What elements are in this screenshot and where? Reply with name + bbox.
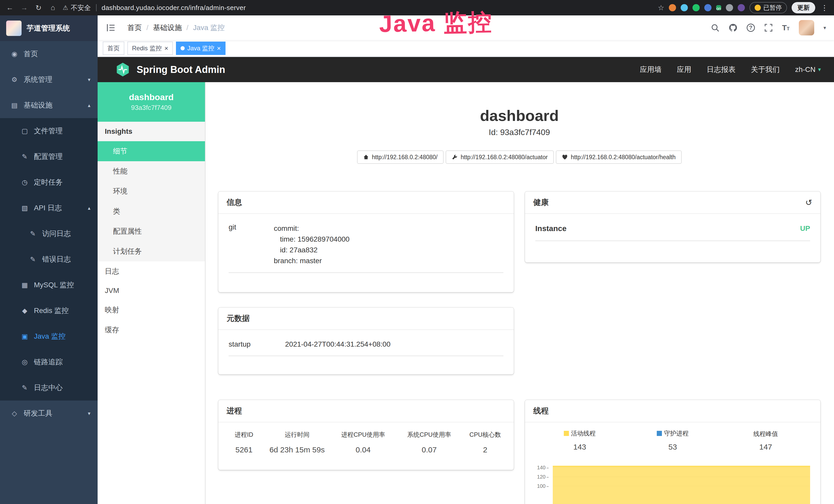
font-size-icon[interactable]: TT bbox=[782, 23, 790, 32]
sidebar-item-job[interactable]: ◷ 定时任务 bbox=[0, 169, 97, 195]
wrench-icon bbox=[452, 154, 458, 160]
menu-item-logs[interactable]: 日志 bbox=[97, 261, 205, 281]
browser-menu-icon[interactable]: ⋮ bbox=[820, 4, 829, 12]
health-instance-label: Instance bbox=[535, 224, 567, 233]
search-icon[interactable] bbox=[711, 23, 720, 32]
sidebar-item-api-log[interactable]: ▧ API 日志 ▴ bbox=[0, 195, 97, 221]
health-url-button[interactable]: http://192.168.0.2:48080/actuator/health bbox=[556, 151, 682, 164]
extension-icon[interactable] bbox=[704, 4, 711, 11]
sba-nav-journal[interactable]: 日志报表 bbox=[707, 65, 736, 74]
menu-item-details[interactable]: 细节 bbox=[97, 141, 205, 161]
sba-content: dashboard Id: 93a3fc7f7409 http://192.16… bbox=[205, 82, 834, 504]
paused-badge[interactable]: 已暂停 bbox=[749, 2, 787, 13]
metadata-key: startup bbox=[228, 340, 285, 348]
user-caret-down-icon[interactable]: ▾ bbox=[824, 25, 826, 31]
metadata-card-title: 元数据 bbox=[226, 313, 250, 324]
extension-icon[interactable] bbox=[726, 4, 733, 11]
spring-boot-admin-logo-icon bbox=[115, 62, 130, 77]
legend-daemon-threads: 守护进程 53 bbox=[626, 429, 719, 451]
health-instance-row[interactable]: Instance UP bbox=[535, 224, 810, 241]
sba-nav-applications[interactable]: 应用 bbox=[677, 65, 692, 74]
extension-icon[interactable] bbox=[669, 4, 676, 11]
sidebar-item-mysql[interactable]: ▦ MySQL 监控 bbox=[0, 272, 97, 298]
sidebar-item-error-log[interactable]: ✎ 错误日志 bbox=[0, 247, 97, 272]
process-pid: 进程ID 5261 bbox=[222, 431, 266, 454]
extension-icon[interactable] bbox=[681, 4, 688, 11]
edit-icon: ✎ bbox=[21, 153, 29, 161]
menu-item-environment[interactable]: 环境 bbox=[97, 181, 205, 201]
github-icon[interactable] bbox=[729, 23, 738, 32]
sidebar-item-config[interactable]: ✎ 配置管理 bbox=[0, 144, 97, 169]
info-git-row: git commit: time: 1596289704000 id: 27aa… bbox=[228, 223, 503, 273]
menu-item-caches[interactable]: 缓存 bbox=[97, 320, 205, 340]
redis-icon: ◆ bbox=[21, 307, 29, 315]
collapse-sidebar-icon[interactable] bbox=[106, 23, 116, 33]
menu-item-performance[interactable]: 性能 bbox=[97, 161, 205, 181]
sidebar-item-redis[interactable]: ◆ Redis 监控 bbox=[0, 298, 97, 323]
sidebar-item-devtools[interactable]: ◇ 研发工具 ▾ bbox=[0, 400, 97, 426]
extension-icon[interactable] bbox=[738, 4, 745, 11]
divider bbox=[96, 4, 96, 11]
user-avatar[interactable] bbox=[799, 20, 814, 36]
spring-boot-admin-header: Spring Boot Admin 应用墙 应用 日志报表 关于我们 zh-CN… bbox=[97, 57, 834, 82]
back-icon[interactable]: ← bbox=[5, 4, 14, 12]
health-card: 健康 ↺ Instance UP bbox=[525, 191, 820, 262]
sba-nav-about[interactable]: 关于我们 bbox=[751, 65, 780, 74]
breadcrumb-home[interactable]: 首页 bbox=[127, 23, 142, 32]
site-security-chip[interactable]: ⚠ 不安全 bbox=[63, 3, 91, 12]
sidebar-item-system[interactable]: ⚙ 系统管理 ▾ bbox=[0, 67, 97, 92]
menu-item-jvm[interactable]: JVM bbox=[97, 281, 205, 300]
metadata-startup-row: startup 2021-04-27T00:44:31.254+08:00 bbox=[228, 340, 503, 356]
instance-id-subtitle: Id: 93a3fc7f7409 bbox=[218, 128, 820, 137]
tag-redis[interactable]: Redis 监控 × bbox=[127, 42, 173, 55]
tag-java-active[interactable]: Java 监控 × bbox=[176, 42, 225, 55]
instance-header[interactable]: dashboard 93a3fc7f7409 bbox=[97, 82, 205, 122]
sidebar-item-java[interactable]: ▣ Java 监控 bbox=[0, 323, 97, 349]
menu-item-scheduled-tasks[interactable]: 计划任务 bbox=[97, 241, 205, 261]
gear-icon: ⚙ bbox=[10, 76, 19, 84]
git-commit-time: time: 1596289704000 bbox=[274, 234, 350, 245]
metadata-value: 2021-04-27T00:44:31.254+08:00 bbox=[285, 340, 390, 348]
sidebar-item-home[interactable]: ◉ 首页 bbox=[0, 41, 97, 67]
extension-icon[interactable] bbox=[693, 4, 700, 11]
breadcrumb-infra[interactable]: 基础设施 bbox=[153, 23, 182, 32]
sidebar-item-log-center[interactable]: ✎ 日志中心 bbox=[0, 375, 97, 400]
fullscreen-icon[interactable] bbox=[764, 23, 773, 32]
bookmark-star-icon[interactable]: ☆ bbox=[658, 4, 664, 12]
chevron-up-icon: ▴ bbox=[88, 102, 90, 108]
menu-item-config-props[interactable]: 配置属性 bbox=[97, 221, 205, 241]
address-bar[interactable]: dashboard.yudao.iocoder.cn/infra/admin-s… bbox=[102, 4, 246, 12]
help-icon[interactable]: ? bbox=[747, 24, 755, 32]
sidebar-filler bbox=[0, 426, 97, 504]
close-icon[interactable]: × bbox=[217, 45, 221, 52]
service-url-button[interactable]: http://192.168.0.2:48080/ bbox=[357, 151, 444, 164]
home-icon[interactable]: ⌂ bbox=[48, 4, 58, 12]
menu-item-classes[interactable]: 类 bbox=[97, 201, 205, 221]
close-icon[interactable]: × bbox=[164, 45, 168, 52]
logo-avatar bbox=[6, 21, 22, 36]
sba-instance-menu: dashboard 93a3fc7f7409 Insights 细节 性能 环境… bbox=[97, 82, 205, 504]
menu-item-mappings[interactable]: 映射 bbox=[97, 300, 205, 320]
smiley-icon bbox=[755, 5, 761, 11]
yellow-legend-swatch bbox=[564, 431, 569, 436]
sidebar-item-file[interactable]: ▢ 文件管理 bbox=[0, 118, 97, 144]
access-log-icon: ✎ bbox=[29, 230, 37, 238]
info-card: 信息 git commit: time: 1596289704000 id: 2… bbox=[218, 191, 514, 292]
history-icon[interactable]: ↺ bbox=[805, 198, 812, 207]
sidebar-item-trace[interactable]: ◎ 链路追踪 bbox=[0, 349, 97, 375]
reload-icon[interactable]: ↻ bbox=[34, 4, 43, 12]
y-tick-100: 100 bbox=[533, 483, 549, 489]
sidebar-item-access-log[interactable]: ✎ 访问日志 bbox=[0, 221, 97, 247]
update-button[interactable]: 更新 bbox=[792, 2, 815, 13]
forward-icon[interactable]: → bbox=[20, 4, 29, 12]
sba-nav-wallboard[interactable]: 应用墙 bbox=[640, 65, 662, 74]
log-center-icon: ✎ bbox=[21, 384, 29, 392]
health-card-title: 健康 bbox=[533, 197, 549, 208]
app-title: 芋道管理系统 bbox=[27, 23, 70, 33]
sba-locale-select[interactable]: zh-CN ▾ bbox=[795, 66, 821, 74]
tag-home[interactable]: 首页 bbox=[103, 42, 124, 55]
sidebar-item-infra[interactable]: ▤ 基础设施 ▴ bbox=[0, 92, 97, 118]
active-dot bbox=[180, 46, 185, 50]
extension-on-icon[interactable]: on bbox=[716, 5, 721, 10]
actuator-url-button[interactable]: http://192.168.0.2:48080/actuator bbox=[446, 151, 554, 164]
